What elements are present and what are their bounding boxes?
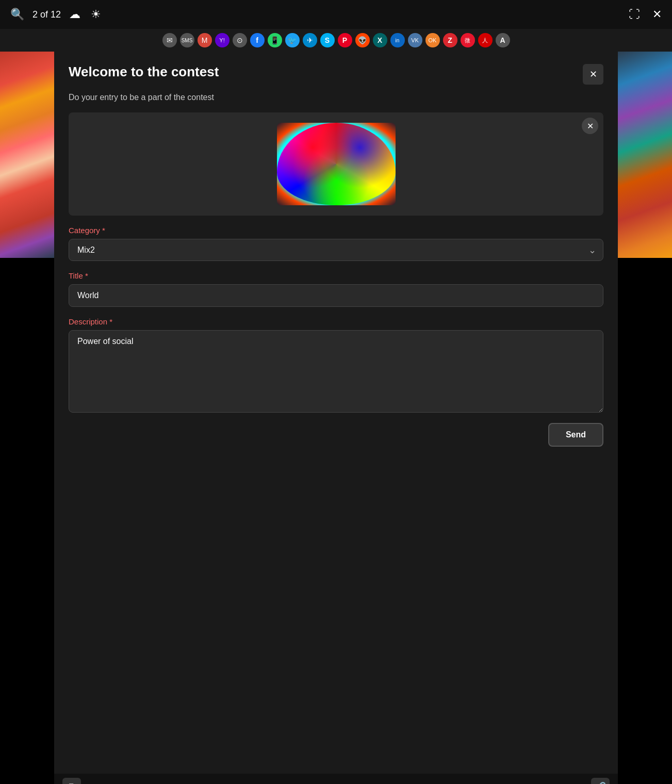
category-label: Category * bbox=[69, 226, 603, 235]
share-weibo[interactable]: 微 bbox=[461, 33, 475, 47]
share-vk[interactable]: VK bbox=[408, 33, 422, 47]
brightness-icon[interactable]: ☀ bbox=[89, 6, 103, 23]
image-preview-area: ✕ bbox=[69, 112, 603, 216]
share-linkedin[interactable]: in bbox=[390, 33, 405, 47]
share-asmallworld[interactable]: A bbox=[496, 33, 510, 47]
share-email[interactable]: ✉ bbox=[162, 33, 177, 47]
description-textarea[interactable]: Power of social bbox=[69, 330, 603, 413]
dialog-subtitle: Do your entry to be a part of the contes… bbox=[69, 93, 603, 102]
share-pinterest[interactable]: P bbox=[338, 33, 352, 47]
share-whatsapp[interactable]: 📱 bbox=[268, 33, 282, 47]
category-select[interactable]: Mix2 Mix1 Photography Digital Art Illust… bbox=[69, 239, 603, 261]
share-sms[interactable]: SMS bbox=[180, 33, 194, 47]
share-ok[interactable]: OK bbox=[425, 33, 440, 47]
fullscreen-icon[interactable]: ⛶ bbox=[627, 6, 642, 23]
contest-image-inner bbox=[277, 123, 396, 205]
share-zorpia[interactable]: Z bbox=[443, 33, 457, 47]
contest-image-preview bbox=[277, 123, 396, 205]
dialog-header: Welcome to the contest ✕ bbox=[69, 64, 603, 85]
upload-icon[interactable]: ☁ bbox=[67, 6, 83, 23]
share-gmail[interactable]: M bbox=[198, 33, 212, 47]
share-telegram[interactable]: ✈ bbox=[303, 33, 317, 47]
title-input[interactable] bbox=[69, 284, 603, 307]
search-icon[interactable]: 🔍 bbox=[8, 6, 26, 23]
share-reddit[interactable]: 👽 bbox=[355, 33, 370, 47]
dialog-overlay: Welcome to the contest ✕ Do your entry t… bbox=[54, 52, 618, 774]
main-area: Welcome to the contest ✕ Do your entry t… bbox=[0, 52, 672, 774]
share-skype[interactable]: S bbox=[320, 33, 335, 47]
share-facebook[interactable]: f bbox=[250, 33, 265, 47]
dialog-title: Welcome to the contest bbox=[69, 64, 219, 80]
share-twitter[interactable]: 🐦 bbox=[285, 33, 300, 47]
dialog-close-button[interactable]: ✕ bbox=[583, 64, 603, 85]
close-icon[interactable]: ✕ bbox=[650, 6, 664, 23]
copy-icon[interactable]: ⎘ bbox=[62, 778, 81, 784]
right-background-image bbox=[618, 52, 672, 258]
share-xing[interactable]: X bbox=[373, 33, 387, 47]
send-button[interactable]: Send bbox=[548, 423, 603, 447]
left-background-image bbox=[0, 52, 54, 258]
category-select-wrapper: Mix2 Mix1 Photography Digital Art Illust… bbox=[69, 239, 603, 261]
share-bar: ✉ SMS M Y! ⊙ f 📱 🐦 ✈ S P 👽 X in VK OK Z … bbox=[0, 29, 672, 52]
bottom-action-bar: ⎘ 🔗 bbox=[54, 774, 618, 784]
share-yahoo[interactable]: Y! bbox=[215, 33, 230, 47]
share-360[interactable]: ⊙ bbox=[233, 33, 247, 47]
top-bar-left: 🔍 2 of 12 ☁ ☀ bbox=[8, 6, 103, 23]
description-label: Description * bbox=[69, 317, 603, 326]
title-label: Title * bbox=[69, 271, 603, 280]
share-renren[interactable]: 人 bbox=[478, 33, 493, 47]
top-bar-right: ⛶ ✕ bbox=[627, 6, 664, 23]
top-bar: 🔍 2 of 12 ☁ ☀ ⛶ ✕ bbox=[0, 0, 672, 29]
link-icon[interactable]: 🔗 bbox=[591, 778, 610, 784]
page-counter: 2 of 12 bbox=[32, 9, 61, 20]
image-remove-button[interactable]: ✕ bbox=[582, 118, 598, 134]
